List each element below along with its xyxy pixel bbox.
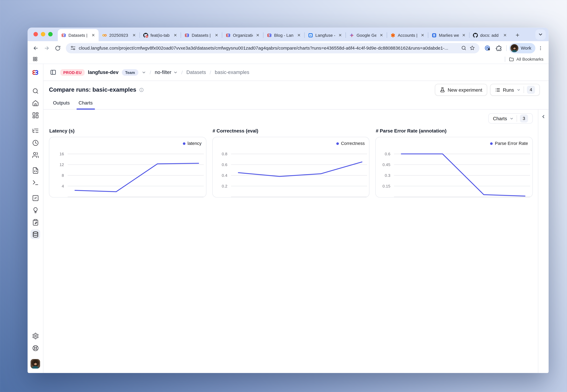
apps-grid-icon[interactable] bbox=[32, 56, 38, 62]
forward-button[interactable] bbox=[42, 43, 52, 53]
svg-text:6: 6 bbox=[310, 34, 311, 36]
sidebar-item-settings[interactable] bbox=[30, 331, 40, 341]
bookmark-star-icon[interactable] bbox=[469, 45, 475, 51]
browser-tab[interactable]: 6Langfuse - bbox=[305, 29, 345, 41]
sidebar-item-search[interactable] bbox=[30, 86, 40, 96]
url-text[interactable]: cloud.langfuse.com/project/cmfwgv8fx002o… bbox=[79, 45, 458, 51]
tab-close-icon[interactable] bbox=[502, 32, 508, 38]
content-area: Charts 3 Latency (s)latency161284# Corre… bbox=[43, 110, 549, 373]
runs-chevron-down-icon bbox=[517, 88, 521, 92]
all-bookmarks-button[interactable]: All Bookmarks bbox=[509, 57, 543, 62]
maximize-window-icon[interactable] bbox=[48, 32, 53, 36]
chevron-left-icon bbox=[541, 114, 546, 119]
browser-tab[interactable]: docs: add bbox=[469, 29, 510, 41]
browser-profile-chip[interactable]: Work bbox=[509, 43, 535, 53]
tab-title: Langfuse - bbox=[315, 33, 335, 37]
runs-dropdown-button[interactable]: Runs 4 bbox=[490, 84, 540, 96]
close-window-icon[interactable] bbox=[33, 32, 38, 36]
sidebar-item-evaluators[interactable] bbox=[30, 193, 40, 203]
browser-tab[interactable]: Accounts | bbox=[387, 29, 428, 41]
new-experiment-button[interactable]: New experiment bbox=[435, 84, 487, 96]
browser-tab-active[interactable]: Datasets | L bbox=[58, 29, 99, 41]
site-settings-icon[interactable] bbox=[70, 45, 76, 51]
tab-charts[interactable]: Charts bbox=[75, 100, 97, 109]
profile-avatar bbox=[510, 44, 519, 52]
tab-outputs[interactable]: Outputs bbox=[49, 100, 74, 109]
browser-tab[interactable]: feat(io-tab bbox=[140, 29, 181, 41]
chart-title: # Correctness (eval) bbox=[213, 128, 369, 133]
panel-left-icon bbox=[50, 69, 56, 75]
browser-tab[interactable]: Organizatio bbox=[222, 29, 263, 41]
svg-text:8: 8 bbox=[62, 173, 64, 178]
tab-close-icon[interactable] bbox=[379, 32, 384, 38]
chart-canvas: 0.80.60.40.2 bbox=[213, 137, 369, 197]
svg-text:0.8: 0.8 bbox=[222, 152, 227, 156]
browser-tab[interactable]: Blog - Lan bbox=[263, 29, 304, 41]
sidebar-item-tracing[interactable] bbox=[30, 126, 40, 135]
tab-close-icon[interactable] bbox=[214, 32, 219, 38]
charts-dropdown-button[interactable]: Charts 3 bbox=[488, 113, 533, 124]
sidebar-item-sessions[interactable] bbox=[30, 138, 40, 147]
charts-count-badge: 3 bbox=[520, 114, 528, 123]
sidebar-toggle-button[interactable] bbox=[49, 68, 57, 76]
browser-tab[interactable]: 20250923 bbox=[99, 29, 140, 41]
browser-tab[interactable]: Marlies we bbox=[428, 29, 469, 41]
tab-close-icon[interactable] bbox=[461, 32, 467, 38]
zoom-page-icon[interactable] bbox=[461, 45, 467, 51]
sidebar-item-annotation[interactable] bbox=[30, 217, 40, 227]
project-selector[interactable]: no-filter bbox=[155, 70, 178, 75]
sidebar-item-dashboard[interactable] bbox=[30, 110, 40, 120]
favicon-langfuse-icon bbox=[61, 32, 66, 38]
new-tab-button[interactable] bbox=[513, 30, 522, 39]
svg-text:12: 12 bbox=[59, 162, 64, 167]
sidebar-item-insights[interactable] bbox=[30, 205, 40, 215]
tab-close-icon[interactable] bbox=[337, 32, 343, 38]
tab-close-icon[interactable] bbox=[173, 32, 178, 38]
browser-menu-button[interactable] bbox=[536, 43, 545, 52]
sidebar-item-home[interactable] bbox=[30, 98, 40, 108]
svg-text:4: 4 bbox=[62, 184, 64, 188]
extensions-puzzle-icon[interactable] bbox=[494, 43, 504, 53]
svg-text:0.4: 0.4 bbox=[222, 173, 227, 178]
flask-icon bbox=[440, 87, 445, 92]
langfuse-logo-icon[interactable] bbox=[28, 64, 43, 81]
profile-label: Work bbox=[521, 45, 531, 51]
sidebar-item-datasets[interactable] bbox=[30, 230, 40, 239]
back-button[interactable] bbox=[30, 43, 41, 53]
breadcrumb-datasets-link[interactable]: Datasets bbox=[186, 70, 206, 75]
charts-pane: Charts 3 Latency (s)latency161284# Corre… bbox=[43, 110, 538, 373]
password-manager-extension-icon[interactable] bbox=[482, 43, 493, 53]
breadcrumb-dataset-name[interactable]: basic-examples bbox=[215, 70, 249, 75]
sidebar-item-users[interactable] bbox=[30, 150, 40, 160]
svg-text:0.6: 0.6 bbox=[385, 152, 390, 156]
sidebar-item-support[interactable] bbox=[30, 343, 40, 353]
sidebar-item-playground[interactable] bbox=[30, 178, 40, 187]
tab-search-button[interactable] bbox=[535, 29, 546, 40]
favicon-calendar-6-icon: 6 bbox=[308, 32, 313, 38]
svg-text:0.6: 0.6 bbox=[222, 162, 227, 167]
favicon-github-icon bbox=[473, 32, 478, 38]
breadcrumb-separator: / bbox=[149, 69, 151, 75]
browser-tab[interactable]: Google Ge bbox=[346, 29, 387, 41]
tab-close-icon[interactable] bbox=[90, 32, 96, 38]
tab-close-icon[interactable] bbox=[296, 32, 302, 38]
org-chevron-down-icon[interactable] bbox=[142, 70, 146, 74]
organization-name[interactable]: langfuse-dev bbox=[88, 70, 119, 75]
info-icon[interactable] bbox=[139, 87, 144, 92]
browser-tab[interactable]: Datasets | L bbox=[181, 29, 222, 41]
tab-close-icon[interactable] bbox=[420, 32, 425, 38]
breadcrumb-separator: / bbox=[209, 69, 212, 75]
chart-title: Latency (s) bbox=[49, 128, 206, 133]
sidebar-item-prompts[interactable] bbox=[30, 166, 40, 175]
address-bar[interactable]: cloud.langfuse.com/project/cmfwgv8fx002o… bbox=[66, 43, 480, 53]
collapse-panel-button[interactable] bbox=[540, 113, 547, 120]
all-bookmarks-label: All Bookmarks bbox=[516, 57, 544, 61]
lock-circle-icon bbox=[484, 45, 491, 51]
reload-button[interactable] bbox=[53, 43, 63, 53]
tab-close-icon[interactable] bbox=[131, 32, 137, 38]
tab-close-icon[interactable] bbox=[255, 32, 260, 38]
breadcrumb: PROD-EU langfuse-dev Team / no-filter / … bbox=[43, 64, 549, 81]
minimize-window-icon[interactable] bbox=[41, 32, 45, 36]
user-avatar[interactable] bbox=[30, 359, 40, 369]
favicon-github-x-icon bbox=[143, 32, 148, 38]
